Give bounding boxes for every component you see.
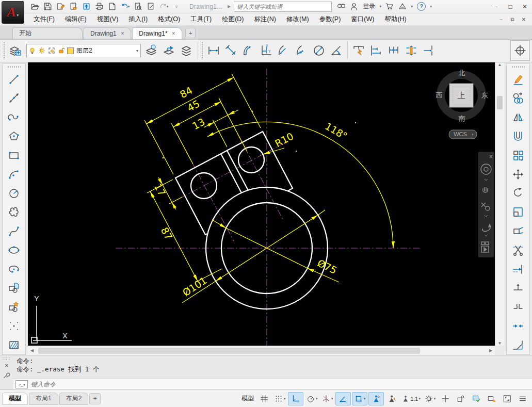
- diameter-dimension-button[interactable]: [310, 41, 328, 60]
- menu-format[interactable]: 格式(O): [153, 13, 185, 25]
- upload-button[interactable]: [80, 2, 92, 12]
- chevron-down-icon[interactable]: ▾: [411, 4, 413, 9]
- baseline-dimension-button[interactable]: [367, 41, 385, 60]
- viewcube-east-label[interactable]: 东: [481, 91, 488, 99]
- horizontal-scrollbar[interactable]: ◀ ▶: [28, 346, 495, 355]
- offset-button[interactable]: [509, 127, 527, 145]
- viewcube-north-label[interactable]: 北: [459, 69, 465, 77]
- layer-on-icon[interactable]: [29, 47, 36, 54]
- search-icon[interactable]: [337, 3, 346, 10]
- help-icon[interactable]: ?: [417, 2, 426, 11]
- layer-properties-button[interactable]: [7, 41, 24, 60]
- menu-window[interactable]: 窗口(W): [346, 13, 379, 25]
- viewport-freeze-icon[interactable]: [48, 47, 55, 54]
- command-prompt-icon[interactable]: >_▾: [15, 380, 28, 388]
- menu-tools[interactable]: 工具(T): [185, 13, 217, 25]
- scale-button[interactable]: [509, 203, 527, 221]
- menu-insert[interactable]: 插入(I): [123, 13, 153, 25]
- hatch-button[interactable]: [5, 336, 23, 354]
- copy-button[interactable]: [509, 89, 527, 107]
- array-button[interactable]: [509, 146, 527, 164]
- scroll-right-icon[interactable]: ▶: [487, 348, 495, 353]
- close-icon[interactable]: ✕: [5, 363, 9, 368]
- new-drawing-button[interactable]: [106, 2, 118, 12]
- break-button[interactable]: [509, 298, 527, 316]
- point-button[interactable]: [5, 317, 23, 335]
- snap-toggle[interactable]: ▾: [272, 393, 287, 405]
- more-commands-button[interactable]: ▿: [171, 2, 182, 12]
- wcs-selector[interactable]: WCS ▾: [449, 130, 477, 139]
- markup-button[interactable]: [145, 2, 156, 12]
- layer-select[interactable]: 图层2 ▾: [26, 44, 141, 57]
- vertical-scroll-thumb[interactable]: [497, 96, 503, 109]
- object-snap-tracking-toggle[interactable]: [335, 392, 351, 405]
- hardware-acceleration-button[interactable]: [469, 393, 483, 405]
- print-button[interactable]: [93, 2, 105, 12]
- navigation-bar[interactable]: [478, 152, 494, 257]
- model-space-toggle[interactable]: 模型: [239, 394, 256, 403]
- polyline-button[interactable]: [5, 108, 23, 126]
- menu-dimension[interactable]: 标注(N): [249, 13, 281, 25]
- center-mark-button[interactable]: [510, 40, 530, 61]
- break-at-point-button[interactable]: [509, 279, 527, 297]
- tab-start[interactable]: 开始: [12, 27, 83, 39]
- tab-drawing1-star[interactable]: Drawing1*✕: [132, 27, 182, 39]
- annotation-scale-control[interactable]: 1:1▾: [400, 393, 422, 405]
- customization-button[interactable]: [515, 393, 530, 405]
- doc-close-button[interactable]: ✕: [519, 15, 529, 24]
- toolbar-grip[interactable]: [7, 66, 21, 69]
- menu-help[interactable]: 帮助(H): [379, 13, 411, 25]
- title-expand-icon[interactable]: ▶: [228, 4, 231, 9]
- construction-line-button[interactable]: [5, 89, 23, 107]
- extend-button[interactable]: [509, 261, 527, 278]
- application-menu-button[interactable]: A ▾: [2, 1, 24, 24]
- new-tab-button[interactable]: +: [185, 28, 196, 38]
- fullscreen-button[interactable]: [500, 393, 514, 405]
- spline-button[interactable]: [5, 222, 23, 240]
- polar-tracking-toggle[interactable]: ▾: [304, 393, 319, 405]
- circle-button[interactable]: [5, 184, 23, 202]
- create-block-button[interactable]: [5, 298, 23, 316]
- ordinate-dimension-button[interactable]: XY: [257, 41, 275, 60]
- arc-length-dimension-button[interactable]: [240, 41, 257, 60]
- stretch-button[interactable]: [509, 222, 527, 240]
- layout-tab-model[interactable]: 模型: [2, 393, 28, 405]
- horizontal-scroll-thumb[interactable]: [38, 348, 420, 354]
- menu-file[interactable]: 文件(F): [28, 13, 60, 25]
- layout-tab-1[interactable]: 布局1: [29, 393, 58, 405]
- dimension-space-button[interactable]: [402, 41, 420, 60]
- a360-icon[interactable]: [398, 3, 407, 10]
- cart-icon[interactable]: [385, 3, 394, 10]
- scroll-up-icon[interactable]: ▲: [496, 62, 504, 67]
- layer-match-button[interactable]: [178, 41, 196, 60]
- chevron-down-icon[interactable]: ▾: [167, 5, 169, 9]
- menu-parametric[interactable]: 参数(P): [314, 13, 346, 25]
- close-icon[interactable]: ✕: [172, 31, 176, 36]
- tab-drawing1[interactable]: Drawing1✕: [84, 27, 131, 39]
- revision-cloud-button[interactable]: [5, 203, 23, 221]
- object-snap-toggle[interactable]: ▾: [352, 392, 367, 405]
- redo-button[interactable]: ▾: [158, 2, 169, 12]
- close-icon[interactable]: ✕: [121, 31, 125, 36]
- layer-previous-button[interactable]: [160, 41, 178, 60]
- scroll-down-icon[interactable]: ▼: [496, 341, 504, 346]
- viewcube-west-label[interactable]: 西: [436, 91, 443, 99]
- grid-toggle[interactable]: [257, 393, 271, 405]
- layer-color-swatch[interactable]: [67, 47, 74, 54]
- workspace-switching-button[interactable]: ▾: [423, 393, 437, 405]
- linear-dimension-button[interactable]: [205, 41, 222, 60]
- scroll-left-icon[interactable]: ◀: [28, 348, 36, 353]
- crosshair-button[interactable]: [438, 393, 453, 405]
- chevron-down-icon[interactable]: ▾: [128, 5, 130, 9]
- save-button[interactable]: [42, 2, 53, 12]
- line-button[interactable]: [5, 71, 23, 88]
- open-button[interactable]: [29, 2, 40, 12]
- isolate-objects-button[interactable]: [454, 393, 468, 405]
- menu-draw[interactable]: 绘图(D): [217, 13, 249, 25]
- close-button[interactable]: ✕: [518, 1, 532, 12]
- chevron-down-icon[interactable]: ▾: [379, 4, 381, 9]
- chevron-down-icon[interactable]: ▾: [430, 4, 432, 9]
- dimension-break-button[interactable]: [420, 41, 438, 60]
- make-object-layer-current-button[interactable]: [143, 41, 160, 60]
- angular-dimension-button[interactable]: [328, 41, 345, 60]
